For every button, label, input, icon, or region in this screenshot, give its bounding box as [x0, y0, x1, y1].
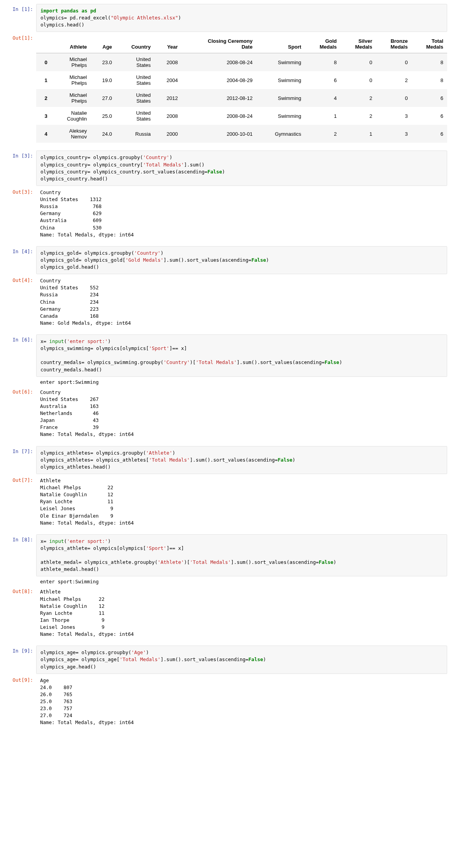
table-cell: 6: [412, 125, 447, 143]
table-cell: UnitedStates: [116, 107, 155, 125]
column-header: Age: [91, 35, 116, 53]
table-cell: MichaelPhelps: [51, 71, 91, 89]
table-cell: 6: [305, 71, 341, 89]
text-output: Athlete Michael Phelps 22 Natalie Coughl…: [36, 586, 447, 645]
input-prompt: In [3]:: [6, 150, 36, 186]
table-cell: 2008: [155, 53, 182, 72]
table-row: 2MichaelPhelps27.0UnitedStates20122012-0…: [36, 89, 447, 107]
table-cell: 2012-08-12: [182, 89, 256, 107]
column-header: Sport: [256, 35, 305, 53]
table-cell: NatalieCoughlin: [51, 107, 91, 125]
column-header: SilverMedals: [341, 35, 376, 53]
table-cell: 2: [341, 107, 376, 125]
table-cell: UnitedStates: [116, 53, 155, 72]
table-cell: 3: [376, 107, 411, 125]
table-cell: 2008: [155, 107, 182, 125]
table-cell: 2: [341, 89, 376, 107]
table-cell: 2: [305, 125, 341, 143]
output-prompt: Out[9]:: [6, 675, 36, 733]
notebook-container: In [1]:import pandas as pd olympics= pd.…: [6, 4, 447, 733]
table-cell: 4: [305, 89, 341, 107]
output-prompt: Out[4]:: [6, 275, 36, 334]
table-cell: 6: [412, 89, 447, 107]
code-cell: In [8]:x= input('enter sport:') olympics…: [6, 534, 447, 577]
input-prompt: In [8]:: [6, 534, 36, 577]
column-header: Country: [116, 35, 155, 53]
stream-cell: enter sport:Swimming: [6, 378, 447, 386]
code-cell: In [4]:olympics_gold= olympics.groupby('…: [6, 246, 447, 274]
table-cell: UnitedStates: [116, 89, 155, 107]
dataframe-output: AthleteAgeCountryYearClosing CeremonyDat…: [36, 33, 447, 150]
input-prompt: In [7]:: [6, 446, 36, 474]
text-output: Age 24.0 807 26.0 765 25.0 763 23.0 757 …: [36, 675, 447, 733]
column-header: Athlete: [51, 35, 91, 53]
code-input[interactable]: x= input('enter sport:') olympics_swimmi…: [36, 334, 447, 377]
blank-prompt: [6, 378, 36, 386]
code-cell: In [9]:olympics_age= olympics.groupby('A…: [6, 646, 447, 674]
code-input[interactable]: olympics_age= olympics.groupby('Age') ol…: [36, 646, 447, 674]
table-cell: 0: [36, 53, 51, 72]
code-input[interactable]: olympics_athletes= olympics.groupby('Ath…: [36, 446, 447, 474]
table-cell: 23.0: [91, 53, 116, 72]
output-prompt: Out[6]:: [6, 387, 36, 445]
table-cell: 1: [36, 71, 51, 89]
table-cell: 4: [36, 125, 51, 143]
output-cell: Out[6]:Country United States 267 Austral…: [6, 387, 447, 445]
stream-output: enter sport:Swimming: [36, 577, 447, 585]
table-cell: 2012: [155, 89, 182, 107]
output-cell: Out[9]:Age 24.0 807 26.0 765 25.0 763 23…: [6, 675, 447, 733]
input-prompt: In [6]:: [6, 334, 36, 377]
dataframe-table: AthleteAgeCountryYearClosing CeremonyDat…: [36, 35, 447, 143]
code-cell: In [3]:olympics_country= olympics.groupb…: [6, 150, 447, 186]
column-header: GoldMedals: [305, 35, 341, 53]
table-row: 4AlekseyNemov24.0Russia20002000-10-01Gym…: [36, 125, 447, 143]
table-cell: Russia: [116, 125, 155, 143]
table-row: 1MichaelPhelps19.0UnitedStates20042004-0…: [36, 71, 447, 89]
code-input[interactable]: import pandas as pd olympics= pd.read_ex…: [36, 4, 447, 32]
code-cell: In [7]:olympics_athletes= olympics.group…: [6, 446, 447, 474]
output-cell: Out[3]:Country United States 1312 Russia…: [6, 187, 447, 245]
table-row: 3NatalieCoughlin25.0UnitedStates20082008…: [36, 107, 447, 125]
table-cell: 0: [376, 89, 411, 107]
table-cell: 24.0: [91, 125, 116, 143]
table-cell: 0: [341, 71, 376, 89]
code-cell: In [1]:import pandas as pd olympics= pd.…: [6, 4, 447, 32]
text-output: Country United States 1312 Russia 768 Ge…: [36, 187, 447, 245]
text-output: Athlete Michael Phelps 22 Natalie Coughl…: [36, 475, 447, 534]
table-cell: 0: [376, 53, 411, 72]
table-cell: 8: [412, 53, 447, 72]
table-cell: UnitedStates: [116, 71, 155, 89]
output-cell: Out[4]:Country United States 552 Russia …: [6, 275, 447, 334]
code-input[interactable]: olympics_country= olympics.groupby('Coun…: [36, 150, 447, 186]
code-input[interactable]: olympics_gold= olympics.groupby('Country…: [36, 246, 447, 274]
output-prompt: Out[1]:: [6, 33, 36, 150]
table-cell: MichaelPhelps: [51, 53, 91, 72]
input-prompt: In [4]:: [6, 246, 36, 274]
table-cell: 27.0: [91, 89, 116, 107]
code-cell: In [6]:x= input('enter sport:') olympics…: [6, 334, 447, 377]
input-prompt: In [9]:: [6, 646, 36, 674]
table-cell: 2008-08-24: [182, 53, 256, 72]
output-cell: Out[8]:Athlete Michael Phelps 22 Natalie…: [6, 586, 447, 645]
table-cell: MichaelPhelps: [51, 89, 91, 107]
table-cell: 1: [305, 107, 341, 125]
table-cell: 2004: [155, 71, 182, 89]
table-cell: 0: [341, 53, 376, 72]
table-cell: Gymnastics: [256, 125, 305, 143]
column-header: Closing CeremonyDate: [182, 35, 256, 53]
dataframe-cell: Out[1]:AthleteAgeCountryYearClosing Cere…: [6, 33, 447, 150]
table-cell: Swimming: [256, 89, 305, 107]
table-cell: 3: [376, 125, 411, 143]
table-cell: Swimming: [256, 53, 305, 72]
table-cell: 1: [341, 125, 376, 143]
text-output: Country United States 552 Russia 234 Chi…: [36, 275, 447, 334]
code-input[interactable]: x= input('enter sport:') olympics_athlet…: [36, 534, 447, 577]
table-cell: 3: [36, 107, 51, 125]
table-cell: 2008-08-24: [182, 107, 256, 125]
input-prompt: In [1]:: [6, 4, 36, 32]
table-cell: 25.0: [91, 107, 116, 125]
output-prompt: Out[8]:: [6, 586, 36, 645]
column-header: Year: [155, 35, 182, 53]
output-prompt: Out[7]:: [6, 475, 36, 534]
table-cell: 6: [412, 107, 447, 125]
